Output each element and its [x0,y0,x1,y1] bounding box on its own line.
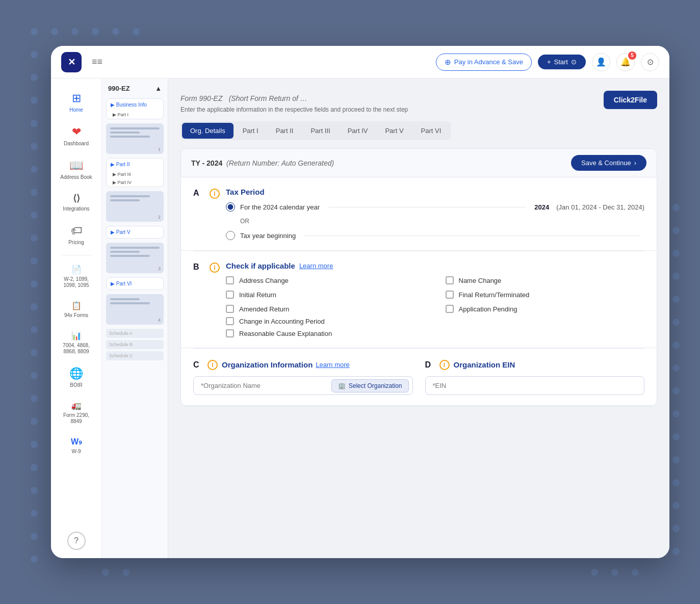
section-a-letter: A [193,188,203,198]
section-d: D i Organization EIN [425,359,645,395]
start-button[interactable]: + Start ⊙ [538,55,586,69]
checkbox-application-pending-input[interactable] [446,305,454,313]
tab-part-ii[interactable]: Part II [268,123,302,139]
tree-section-2: ▶ Part II ▶ Part III ▶ Part IV [106,158,164,187]
ein-input[interactable] [425,376,645,395]
sidebar-item-w2[interactable]: 📄 W-2, 1099, 1098, 1095 [54,259,99,294]
home-icon: ⊞ [72,92,81,105]
profile-button[interactable]: ⊙ [641,53,659,71]
form-card-header: TY - 2024 (Return Number: Auto Generated… [181,149,657,177]
tree-section-part-vi[interactable]: ▶ Part VI [107,278,163,290]
section-b-info-icon[interactable]: i [210,262,220,273]
radio-calendar-year-input[interactable] [226,202,235,212]
checkbox-amended-return-input[interactable] [226,305,234,313]
tree-section-1: ▶ Business Info ▶ Part I [106,98,164,119]
sidebar-item-7004[interactable]: 📊 7004, 4868, 8868, 8809 [54,326,99,360]
checkbox-change-accounting-input[interactable] [226,317,234,325]
section-c: C i Organization Information Learn more [193,359,413,395]
94x-icon: 📋 [71,301,82,310]
checkbox-application-pending: Application Pending [446,305,645,313]
tab-part-i[interactable]: Part I [235,123,267,139]
address-book-icon: 📖 [69,159,83,172]
tree-section-part-v[interactable]: ▶ Part V [107,226,163,238]
radio-dots-2 [305,235,640,236]
dashboard-icon: ❤ [72,125,81,139]
section-cd: C i Organization Information Learn more [181,349,657,406]
7004-icon: 📊 [71,331,82,340]
section-a-tax-period: A i Tax Period For the 2024 calendar yea… [181,177,657,251]
checkbox-final-return-label: Final Return/Terminated [459,291,530,299]
section-b-row: B i Check if applicable Learn more [193,261,644,337]
tab-part-v[interactable]: Part V [377,123,411,139]
sidebar-item-boir[interactable]: 🌐 BOIR [54,362,99,393]
sidebar-item-w9-label: W-9 [71,449,81,455]
section-d-info-icon[interactable]: i [439,360,450,370]
checkbox-name-change-input[interactable] [446,276,454,284]
sidebar-item-home-label: Home [69,107,83,113]
chevron-right-icon: › [634,159,636,167]
click2file-button[interactable]: Click2File [604,91,657,109]
sidebar-item-address-book[interactable]: 📖 Address Book [54,154,99,186]
sidebar-item-dashboard-label: Dashboard [64,141,89,147]
ein-field-group [425,376,645,395]
sidebar-item-boir-label: BOIR [70,382,82,388]
form-tree-header: 990-EZ ▲ [106,85,164,92]
sidebar-item-w9[interactable]: W₉ W-9 [54,432,99,460]
tab-org-details[interactable]: Org. Details [182,123,234,139]
plus-circle-icon: ⊕ [445,58,451,67]
checkbox-address-change-input[interactable] [226,276,234,284]
section-c-info-icon[interactable]: i [208,360,218,370]
checkbox-application-pending-label: Application Pending [459,305,517,313]
notification-button[interactable]: 🔔 5 [616,53,635,71]
sidebar-item-2290-label: Form 2290, 8849 [58,412,95,425]
logo: ✕ [61,52,82,72]
checkbox-grid: Address Change Name Change Initial Retur… [226,276,644,313]
pay-advance-button[interactable]: ⊕ Pay in Advance & Save [436,54,532,71]
sidebar: ⊞ Home ❤ Dashboard 📖 Address Book ⟨⟩ Int… [51,78,102,558]
section-a-row: A i Tax Period For the 2024 calendar yea… [193,188,644,240]
tree-section-part-ii[interactable]: ▶ Part II [107,159,163,170]
arrow-circle-icon: ⊙ [571,58,577,66]
checkbox-reasonable-cause-input[interactable] [226,329,234,337]
checkbox-final-return-input[interactable] [446,291,454,299]
checkbox-reasonable-cause-label: Reasonable Cause Explanation [239,330,332,337]
hamburger-icon[interactable]: ≡≡ [92,57,102,67]
select-organization-button[interactable]: 🏢 Select Organization [331,379,409,392]
notification-badge: 5 [628,51,636,60]
page-number-1: 1 [158,147,161,152]
section-b-content: Check if applicable Learn more Address C… [226,261,644,337]
sidebar-item-dashboard[interactable]: ❤ Dashboard [54,120,99,152]
help-icon-button[interactable]: ? [67,532,86,550]
form-tree-title: 990-EZ [108,85,130,92]
form-card-title: TY - 2024 (Return Number: Auto Generated… [191,159,334,167]
tree-section-business-info[interactable]: ▶ Business Info [107,99,163,111]
checkbox-change-accounting-label: Change in Accounting Period [239,318,325,325]
radio-tax-year-input[interactable] [226,231,235,240]
tab-part-vi[interactable]: Part VI [413,123,450,139]
tree-part-i[interactable]: ▶ Part I [107,111,163,119]
tree-part-iii[interactable]: ▶ Part III [107,170,163,178]
page-number-2: 2 [158,215,161,220]
select-org-label: Select Organization [349,382,402,389]
sidebar-item-94x[interactable]: 📋 94x Forms [54,296,99,324]
form-title: Form 990-EZ (Short Form Return of … [180,91,408,104]
sidebar-item-home[interactable]: ⊞ Home [54,87,99,118]
sidebar-item-2290[interactable]: 🚛 Form 2290, 8849 [54,396,99,430]
sidebar-item-integrations[interactable]: ⟨⟩ Integrations [54,188,99,217]
tree-part-iv[interactable]: ▶ Part IV [107,178,163,187]
w9-icon: W₉ [71,437,82,447]
save-continue-button[interactable]: Save & Continue › [571,155,646,171]
section-a-info-icon[interactable]: i [210,189,220,199]
checkbox-amended-return-label: Amended Return [239,305,289,313]
w2-icon: 📄 [71,265,82,274]
radio-year-range: (Jan 01, 2024 - Dec 31, 2024) [556,203,644,211]
learn-more-c-link[interactable]: Learn more [316,361,349,369]
user-card-icon-button[interactable]: 👤 [592,53,610,71]
sidebar-item-pricing[interactable]: 🏷 Pricing [54,219,99,251]
learn-more-b-link[interactable]: Learn more [299,262,333,270]
tab-part-iii[interactable]: Part III [302,123,338,139]
radio-calendar-year: For the 2024 calendar year 2024 (Jan 01,… [226,202,644,212]
checkbox-initial-return-input[interactable] [226,291,234,299]
sidebar-item-pricing-label: Pricing [68,240,84,246]
tab-part-iv[interactable]: Part IV [340,123,376,139]
